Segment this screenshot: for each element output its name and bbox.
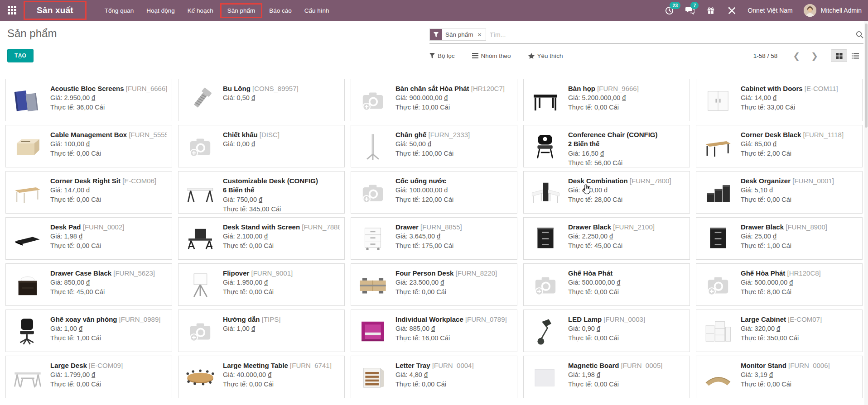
product-card[interactable]: Drawer [FURN_8855] Giá: 3.645,00 đ Thực … bbox=[351, 217, 517, 260]
navbar-menu-item[interactable]: Cấu hình bbox=[299, 5, 335, 17]
product-card[interactable]: Acoustic Bloc Screens [FURN_6666] Giá: 2… bbox=[5, 79, 172, 121]
product-card[interactable]: Desk Combination [FURN_7800] Giá: 450,00… bbox=[523, 171, 690, 214]
product-card[interactable]: Desk Stand with Screen [FURN_7888] Giá: … bbox=[178, 217, 345, 260]
vertical-scrollbar[interactable] bbox=[864, 21, 868, 405]
product-card[interactable]: Chiết khấu [DISC] Giá: 0,00 đ bbox=[178, 125, 345, 167]
chair-black-thumbnail bbox=[528, 129, 563, 164]
product-price: Giá: 100.000,00 đ bbox=[395, 186, 453, 195]
scrollbar-thumb[interactable] bbox=[865, 24, 868, 128]
monitor-stand-thumbnail bbox=[701, 360, 735, 395]
product-name: Chân ghế [FURN_2333] bbox=[395, 130, 470, 139]
user-avatar-icon[interactable] bbox=[804, 4, 816, 17]
product-name: Customizable Desk (CONFIG) bbox=[223, 176, 318, 186]
apps-grid-icon[interactable] bbox=[5, 3, 20, 18]
product-quantity: Thực tế: 345,00 Cái bbox=[223, 205, 318, 214]
product-card[interactable]: Corner Desk Black [FURN_1118] Giá: 85,00… bbox=[696, 125, 863, 167]
pager-range: 1-58 / 58 bbox=[753, 52, 777, 59]
product-card[interactable]: Ghế Hòa Phát Giá: 500.000,00 đ Thực tế: … bbox=[523, 263, 690, 306]
product-card[interactable]: Ghế Hòa Phát [HR120C8] Giá: 500.000,00 đ… bbox=[696, 263, 863, 306]
group-by-button[interactable]: Nhóm theo bbox=[472, 52, 511, 59]
user-name[interactable]: Mitchell Admin bbox=[821, 7, 862, 14]
product-quantity: Thực tế: 100,00 Cái bbox=[395, 149, 470, 158]
navbar-menu-item[interactable]: Sản phẩm bbox=[220, 3, 263, 18]
product-code: [HR120C7] bbox=[471, 85, 505, 92]
product-card[interactable]: Flipover [FURN_9001] Giá: 1.950,00 đ Thự… bbox=[178, 263, 345, 306]
product-quantity: Thực tế: 0,00 Cái bbox=[50, 195, 156, 205]
navbar-menu-item[interactable]: Kế hoạch bbox=[182, 5, 219, 17]
product-quantity: Thực tế: 175,00 Cái bbox=[395, 241, 462, 251]
product-card[interactable]: Customizable Desk (CONFIG) 6 Biến thể Gi… bbox=[178, 171, 345, 214]
create-button[interactable]: TẠO bbox=[7, 49, 34, 62]
product-price: Giá: 1,98 đ bbox=[50, 232, 124, 241]
search-facet: Sản phẩm ✕ bbox=[429, 29, 486, 41]
desk-wood-thumbnail bbox=[701, 129, 735, 164]
product-card[interactable]: Corner Desk Right Sit [E-COM06] Giá: 147… bbox=[5, 171, 172, 214]
product-card[interactable]: Desk Organizer [FURN_0001] Giá: 5,10 đ T… bbox=[696, 171, 863, 214]
product-card[interactable]: Bàn chân sắt Hòa Phát [HR120C7] Giá: 900… bbox=[351, 79, 517, 121]
activity-clock-icon[interactable]: 23 bbox=[664, 5, 674, 15]
product-quantity: Thực tế: 10,00 Cái bbox=[395, 103, 505, 112]
product-card[interactable]: Drawer Black [FURN_2100] Giá: 2.250,00 đ… bbox=[523, 217, 690, 260]
product-card[interactable]: Drawer Case Black [FURN_5623] Giá: 850,0… bbox=[5, 263, 172, 306]
product-name: Drawer Black [FURN_8900] bbox=[741, 222, 827, 232]
product-card[interactable]: Large Cabinet [E-COM07] Giá: 320,00 đ Th… bbox=[696, 310, 863, 352]
product-card[interactable]: Cốc uống nước Giá: 100.000,00 đ Thực tế:… bbox=[351, 171, 517, 214]
product-quantity: Thực tế: 33,00 Cái bbox=[741, 103, 838, 112]
product-name: Ghế xoay văn phòng [FURN_0989] bbox=[50, 314, 160, 324]
list-view-icon[interactable] bbox=[847, 49, 863, 62]
product-card[interactable]: Bàn họp [FURN_9666] Giá: 5.200.000,00 đ … bbox=[523, 79, 690, 121]
product-quantity: Thực tế: 0,00 Cái bbox=[568, 103, 639, 112]
product-card[interactable]: Cable Management Box [FURN_5555] Giá: 10… bbox=[5, 125, 172, 167]
product-code: [FURN_7800] bbox=[630, 177, 671, 185]
product-card[interactable]: Large Meeting Table [FURN_6741] Giá: 40.… bbox=[178, 356, 345, 398]
product-price: Giá: 500.000,00 đ bbox=[741, 278, 821, 287]
product-card[interactable]: Magnetic Board [FURN_0005] Giá: 1,98 đ T… bbox=[523, 356, 690, 398]
product-price: Giá: 147,00 đ bbox=[50, 186, 156, 195]
product-name: Four Person Desk [FURN_8220] bbox=[395, 268, 497, 278]
product-code: [FURN_5623] bbox=[113, 269, 155, 277]
product-code: [TIPS] bbox=[262, 315, 281, 323]
product-quantity: Thực tế: 0,00 Cái bbox=[741, 195, 834, 205]
next-page-icon[interactable]: ❯ bbox=[805, 52, 824, 60]
product-price: Giá: 1.799,00 đ bbox=[50, 370, 123, 380]
tools-icon[interactable] bbox=[727, 5, 737, 15]
product-card[interactable]: LED Lamp [FURN_0003] Giá: 0,90 đ Thực tế… bbox=[523, 310, 690, 352]
product-price: Giá: 1.950,00 đ bbox=[223, 278, 293, 287]
company-name[interactable]: Onnet Việt Nam bbox=[747, 7, 792, 14]
product-card[interactable]: Four Person Desk [FURN_8220] Giá: 23.500… bbox=[351, 263, 517, 306]
placeholder-thumbnail bbox=[701, 268, 735, 302]
navbar-menu-item[interactable]: Báo cáo bbox=[263, 5, 298, 17]
kanban-view-icon[interactable] bbox=[831, 49, 847, 62]
product-code: [CONS_89957] bbox=[252, 85, 299, 92]
product-card[interactable]: Large Desk [E-COM09] Giá: 1.799,00 đ Thự… bbox=[5, 356, 172, 398]
product-code: [HR120C8] bbox=[787, 269, 821, 277]
previous-page-icon[interactable]: ❮ bbox=[787, 52, 805, 60]
favorites-button[interactable]: Yêu thích bbox=[528, 52, 563, 59]
search-input[interactable] bbox=[490, 31, 853, 38]
product-price: Giá: 85,00 đ bbox=[741, 139, 844, 149]
product-price: Giá: 3,19 đ bbox=[741, 370, 830, 380]
case-black-thumbnail bbox=[10, 268, 45, 302]
product-card[interactable]: Desk Pad [FURN_0002] Giá: 1,98 đ Thực tế… bbox=[5, 217, 172, 260]
product-card[interactable]: Monitor Stand [FURN_0006] Giá: 3,19 đ Th… bbox=[696, 356, 863, 398]
product-name: Corner Desk Black [FURN_1118] bbox=[741, 130, 844, 139]
product-card[interactable]: Bu Lông [CONS_89957] Giá: 0,50 đ bbox=[178, 79, 345, 121]
product-card[interactable]: Chân ghế [FURN_2333] Giá: 50,00 đ Thực t… bbox=[351, 125, 517, 167]
remove-facet-icon[interactable]: ✕ bbox=[477, 29, 486, 40]
product-card[interactable]: Drawer Black [FURN_8900] Giá: 25,00 đ Th… bbox=[696, 217, 863, 260]
product-card[interactable]: Letter Tray [FURN_0004] Giá: 4,80 đ Thực… bbox=[351, 356, 517, 398]
gift-icon[interactable] bbox=[706, 5, 716, 15]
product-card[interactable]: Conference Chair (CONFIG) 2 Biến thể Giá… bbox=[523, 125, 690, 167]
navbar-menu-item[interactable]: Hoạt động bbox=[140, 5, 180, 17]
product-card[interactable]: Cabinet with Doors [E-COM11] Giá: 14,00 … bbox=[696, 79, 863, 121]
product-quantity: Thực tế: 0,00 Cái bbox=[223, 380, 332, 389]
navbar-menu-item[interactable]: Tổng quan bbox=[99, 5, 140, 17]
search-icon[interactable] bbox=[856, 31, 863, 38]
product-card[interactable]: Ghế xoay văn phòng [FURN_0989] Giá: 1,00… bbox=[5, 310, 172, 352]
app-name[interactable]: Sản xuất bbox=[24, 1, 87, 20]
product-card[interactable]: Individual Workplace [FURN_0789] Giá: 88… bbox=[351, 310, 517, 352]
currency-symbol: đ bbox=[86, 186, 90, 194]
filters-button[interactable]: Bộ lọc bbox=[429, 52, 455, 59]
messages-icon[interactable]: 7 bbox=[685, 5, 695, 15]
product-card[interactable]: Hướng dẫn [TIPS] Giá: 1,00 đ bbox=[178, 310, 345, 352]
